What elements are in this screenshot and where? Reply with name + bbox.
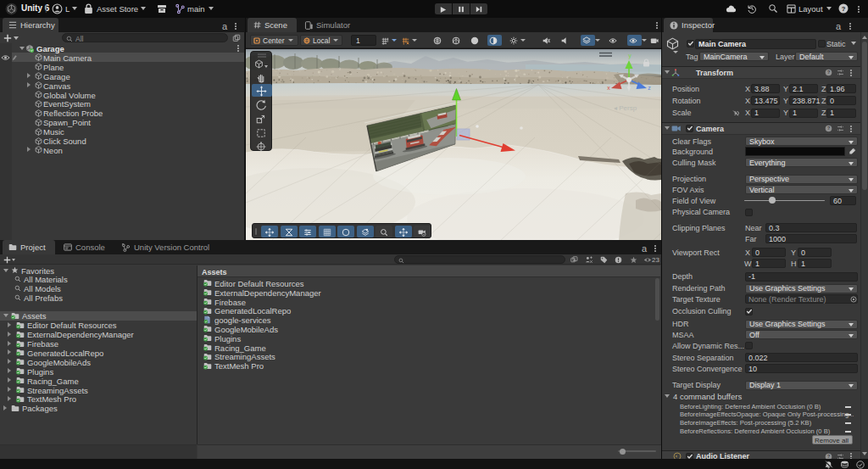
svg-text:?: ? xyxy=(827,70,830,75)
svg-text:?: ? xyxy=(842,5,846,13)
svg-text:y: y xyxy=(628,53,632,59)
svg-text:x: x xyxy=(607,85,610,91)
svg-text:?: ? xyxy=(827,126,830,131)
svg-text:◂ Persp: ◂ Persp xyxy=(614,104,637,112)
svg-text:?: ? xyxy=(827,454,830,459)
svg-text:z: z xyxy=(648,85,651,91)
